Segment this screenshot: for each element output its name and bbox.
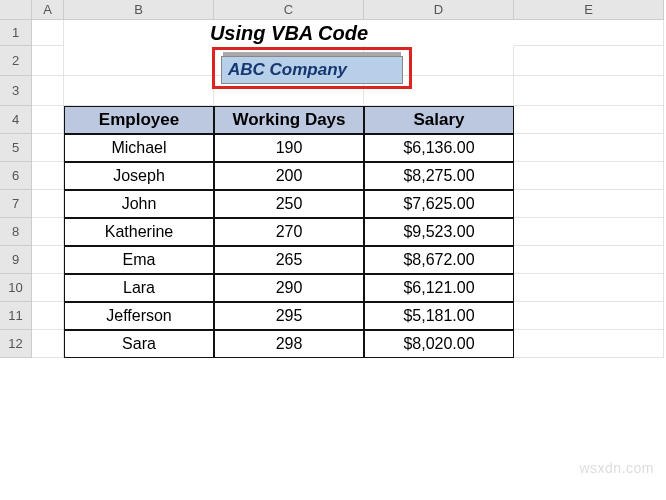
cell-a9[interactable]	[32, 246, 64, 274]
cell-a12[interactable]	[32, 330, 64, 358]
row-header-7[interactable]: 7	[0, 190, 32, 218]
cell-b3[interactable]	[64, 76, 214, 106]
row-header-10[interactable]: 10	[0, 274, 32, 302]
table-row: Joseph 200 $8,275.00	[32, 162, 664, 190]
cell-a4[interactable]	[32, 106, 64, 134]
cell-workingdays[interactable]: 265	[214, 246, 364, 274]
cell-workingdays[interactable]: 200	[214, 162, 364, 190]
cell-a8[interactable]	[32, 218, 64, 246]
cell-e7[interactable]	[514, 190, 664, 218]
col-header-b[interactable]: B	[64, 0, 214, 20]
row-header-12[interactable]: 12	[0, 330, 32, 358]
cell-salary[interactable]: $8,020.00	[364, 330, 514, 358]
cell-e3[interactable]	[514, 76, 664, 106]
col-header-a[interactable]: A	[32, 0, 64, 20]
table-header-salary[interactable]: Salary	[364, 106, 514, 134]
textbox-highlight: ABC Company	[212, 47, 412, 89]
row-header-1[interactable]: 1	[0, 20, 32, 46]
column-headers: A B C D E	[32, 0, 664, 20]
cell-e9[interactable]	[514, 246, 664, 274]
cell-salary[interactable]: $8,672.00	[364, 246, 514, 274]
company-textbox[interactable]: ABC Company	[221, 56, 403, 84]
row-header-9[interactable]: 9	[0, 246, 32, 274]
cell-a10[interactable]	[32, 274, 64, 302]
cell-employee[interactable]: Sara	[64, 330, 214, 358]
cell-a7[interactable]	[32, 190, 64, 218]
cell-employee[interactable]: Katherine	[64, 218, 214, 246]
cell-employee[interactable]: Joseph	[64, 162, 214, 190]
spreadsheet: A B C D E 1 2 3 4 5 6 7 8 9 10 11 12 Usi…	[0, 0, 666, 500]
table-header-workingdays[interactable]: Working Days	[214, 106, 364, 134]
cell-workingdays[interactable]: 270	[214, 218, 364, 246]
row-header-11[interactable]: 11	[0, 302, 32, 330]
row-headers: 1 2 3 4 5 6 7 8 9 10 11 12	[0, 20, 32, 358]
cell-employee[interactable]: Ema	[64, 246, 214, 274]
cell-employee[interactable]: Lara	[64, 274, 214, 302]
page-title[interactable]: Using VBA Code	[64, 20, 514, 46]
cell-salary[interactable]: $9,523.00	[364, 218, 514, 246]
select-all-corner[interactable]	[0, 0, 32, 20]
cell-a5[interactable]	[32, 134, 64, 162]
table-row: Michael 190 $6,136.00	[32, 134, 664, 162]
col-header-c[interactable]: C	[214, 0, 364, 20]
cell-workingdays[interactable]: 190	[214, 134, 364, 162]
row-header-8[interactable]: 8	[0, 218, 32, 246]
cell-e4[interactable]	[514, 106, 664, 134]
cell-e12[interactable]	[514, 330, 664, 358]
cell-e10[interactable]	[514, 274, 664, 302]
cell-salary[interactable]: $7,625.00	[364, 190, 514, 218]
row-header-2[interactable]: 2	[0, 46, 32, 76]
table-row: Lara 290 $6,121.00	[32, 274, 664, 302]
cell-employee[interactable]: Jefferson	[64, 302, 214, 330]
cell-workingdays[interactable]: 298	[214, 330, 364, 358]
cell-employee[interactable]: Michael	[64, 134, 214, 162]
watermark: wsxdn.com	[579, 460, 654, 476]
row-header-6[interactable]: 6	[0, 162, 32, 190]
cell-e2[interactable]	[514, 46, 664, 76]
cell-e11[interactable]	[514, 302, 664, 330]
cell-a3[interactable]	[32, 76, 64, 106]
cell-e8[interactable]	[514, 218, 664, 246]
table-row: Jefferson 295 $5,181.00	[32, 302, 664, 330]
cell-a1[interactable]	[32, 20, 64, 46]
row-header-5[interactable]: 5	[0, 134, 32, 162]
cell-salary[interactable]: $6,136.00	[364, 134, 514, 162]
row-header-3[interactable]: 3	[0, 76, 32, 106]
cell-employee[interactable]: John	[64, 190, 214, 218]
cell-salary[interactable]: $5,181.00	[364, 302, 514, 330]
col-header-e[interactable]: E	[514, 0, 664, 20]
col-header-d[interactable]: D	[364, 0, 514, 20]
cell-workingdays[interactable]: 290	[214, 274, 364, 302]
table-row: Ema 265 $8,672.00	[32, 246, 664, 274]
cell-e1[interactable]	[514, 20, 664, 46]
table-row: John 250 $7,625.00	[32, 190, 664, 218]
cell-salary[interactable]: $6,121.00	[364, 274, 514, 302]
table-row: Sara 298 $8,020.00	[32, 330, 664, 358]
cell-a2[interactable]	[32, 46, 64, 76]
cell-a6[interactable]	[32, 162, 64, 190]
cell-workingdays[interactable]: 250	[214, 190, 364, 218]
cell-workingdays[interactable]: 295	[214, 302, 364, 330]
cell-e5[interactable]	[514, 134, 664, 162]
cell-e6[interactable]	[514, 162, 664, 190]
table-row: Katherine 270 $9,523.00	[32, 218, 664, 246]
cell-b2[interactable]	[64, 46, 214, 76]
row-header-4[interactable]: 4	[0, 106, 32, 134]
table-header-employee[interactable]: Employee	[64, 106, 214, 134]
cell-a11[interactable]	[32, 302, 64, 330]
cell-salary[interactable]: $8,275.00	[364, 162, 514, 190]
